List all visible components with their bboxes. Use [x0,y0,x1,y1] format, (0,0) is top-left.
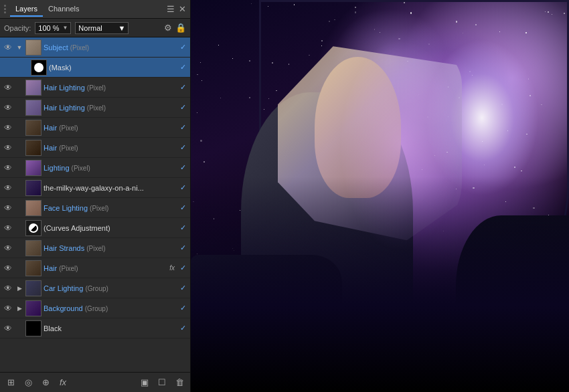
layer-visibility-check[interactable]: ✓ [178,123,187,132]
layer-eye-icon[interactable]: 👁 [3,102,13,113]
delete-layer-icon[interactable]: 🗑 [173,376,186,389]
layer-title: Hair Lighting [44,84,85,92]
layer-eye-icon[interactable]: 👁 [3,283,13,294]
layer-eye-icon[interactable]: 👁 [3,203,13,213]
layer-expand-icon[interactable]: ▶ [15,304,23,312]
tab-channels[interactable]: Channels [43,2,84,17]
layer-eye-icon[interactable]: 👁 [3,223,13,233]
new-layer-icon[interactable]: ☐ [155,376,169,389]
panel-footer: ⊞ ◎ ⊕ fx ▣ ☐ 🗑 [0,372,190,392]
layer-thumbnail [25,220,42,236]
layer-name-label: Car Lighting (Group) [44,284,176,292]
link-layers-icon[interactable]: ⊞ [4,376,17,389]
layer-item[interactable]: 👁▶Background (Group)✓ [0,298,190,318]
layer-item[interactable]: 👁(Curves Adjustment)✓ [0,218,190,238]
layers-list: 👁▼Subject (Pixel)✓(Mask)✓👁Hair Lighting … [0,37,190,372]
layer-thumbnail [25,320,42,336]
layer-visibility-check[interactable]: ✓ [178,264,187,273]
layer-thumbnail [25,160,42,176]
layer-item[interactable]: 👁Lighting (Pixel)✓ [0,158,190,178]
layer-item[interactable]: 👁Hair (Pixel)fx✓ [0,258,190,278]
layer-item[interactable]: 👁Face Lighting (Pixel)✓ [0,198,190,218]
layer-title: Lighting [44,164,70,172]
layer-title: Car Lighting [44,284,83,292]
layer-item[interactable]: 👁Hair (Pixel)✓ [0,118,190,138]
layer-title: Subject [44,43,68,52]
layer-item[interactable]: 👁the-milky-way-galaxy-on-a-ni...✓ [0,178,190,198]
layer-expand-icon [15,224,23,232]
layer-thumbnail [31,60,47,76]
layer-item[interactable]: 👁▶Car Lighting (Group)✓ [0,278,190,298]
layer-name-label: Lighting (Pixel) [44,164,176,172]
layer-name-label: (Mask) [49,64,176,72]
layer-visibility-check[interactable]: ✓ [178,324,187,333]
layer-eye-icon[interactable]: 👁 [3,243,13,254]
layer-visibility-check[interactable]: ✓ [178,203,187,213]
layer-title: Hair Lighting [44,104,85,112]
lock-fill-icon[interactable]: 🔒 [175,23,186,33]
layer-item[interactable]: 👁Hair Lighting (Pixel)✓ [0,78,190,98]
layer-name-label: Hair (Pixel) [44,124,176,132]
new-group-icon[interactable]: ▣ [138,376,151,389]
layer-eye-icon[interactable]: 👁 [3,82,13,93]
adjustment-icon[interactable]: ⊕ [39,376,52,389]
panel-grip [4,5,6,13]
layer-visibility-check[interactable]: ✓ [178,223,187,233]
layer-visibility-check[interactable]: ✓ [178,284,187,293]
layer-thumbnail [25,100,42,116]
opacity-input[interactable]: 100 % ▼ [35,22,71,34]
layer-type: (Pixel) [72,165,90,172]
layer-eye-icon[interactable]: 👁 [3,263,13,274]
layer-item[interactable]: 👁Hair Strands (Pixel)✓ [0,238,190,258]
layer-visibility-check[interactable]: ✓ [178,163,187,173]
layers-panel: Layers Channels ☰ ✕ Opacity: 100 % ▼ Nor… [0,0,191,392]
layer-visibility-check[interactable]: ✓ [178,43,187,52]
panel-menu-icon[interactable]: ☰ [167,4,175,14]
blend-mode-select[interactable]: Normal ▼ [75,22,129,34]
layer-expand-icon [15,324,23,332]
layer-visibility-check[interactable]: ✓ [178,243,187,253]
layer-mask-icon[interactable]: ◎ [21,376,35,389]
layer-expand-icon [15,124,23,132]
layer-fx-label: fx [169,264,175,272]
layer-item[interactable]: (Mask)✓ [0,58,190,78]
layer-eye-icon[interactable]: 👁 [3,42,13,53]
layer-eye-icon[interactable]: 👁 [3,183,13,193]
fx-icon[interactable]: fx [56,376,70,389]
layer-eye-icon[interactable]: 👁 [3,122,13,133]
layer-item[interactable]: 👁▼Subject (Pixel)✓ [0,37,190,58]
layer-item[interactable]: 👁Black✓ [0,318,190,338]
layer-title: Background [44,304,83,312]
layer-title: (Curves Adjustment) [44,224,110,232]
layer-visibility-check[interactable]: ✓ [178,183,187,193]
layer-eye-icon[interactable]: 👁 [3,303,13,314]
layer-visibility-check[interactable]: ✓ [178,304,187,313]
layer-eye-icon[interactable] [3,62,13,73]
layer-expand-icon[interactable]: ▶ [15,284,23,292]
layer-visibility-check[interactable]: ✓ [178,83,187,92]
layer-expand-icon [15,164,23,172]
layer-thumbnail [25,140,42,156]
panel-actions: ☰ ✕ [167,4,186,14]
layer-name-label: Hair (Pixel) [44,144,176,152]
layer-eye-icon[interactable]: 👁 [3,142,13,153]
layer-name-label: Subject (Pixel) [44,43,176,52]
layer-title: Hair [44,264,57,272]
layer-eye-icon[interactable]: 👁 [3,163,13,173]
layer-name-label: Hair Strands (Pixel) [44,244,176,252]
tab-layers[interactable]: Layers [10,2,43,17]
lock-icon[interactable]: ⚙ [164,23,172,33]
blend-row: Opacity: 100 % ▼ Normal ▼ ⚙ 🔒 [0,19,190,37]
panel-close-icon[interactable]: ✕ [179,4,186,14]
layer-expand-icon[interactable]: ▼ [15,43,23,52]
layer-thumbnail [25,280,42,296]
layer-item[interactable]: 👁Hair Lighting (Pixel)✓ [0,98,190,118]
blend-icons: ⚙ 🔒 [164,23,186,33]
layer-visibility-check[interactable]: ✓ [178,63,187,72]
layer-title: Face Lighting [44,204,88,212]
layer-visibility-check[interactable]: ✓ [178,143,187,153]
layer-visibility-check[interactable]: ✓ [178,103,187,112]
layer-name-label: Hair Lighting (Pixel) [44,84,176,92]
layer-item[interactable]: 👁Hair (Pixel)✓ [0,138,190,158]
layer-eye-icon[interactable]: 👁 [3,323,13,334]
